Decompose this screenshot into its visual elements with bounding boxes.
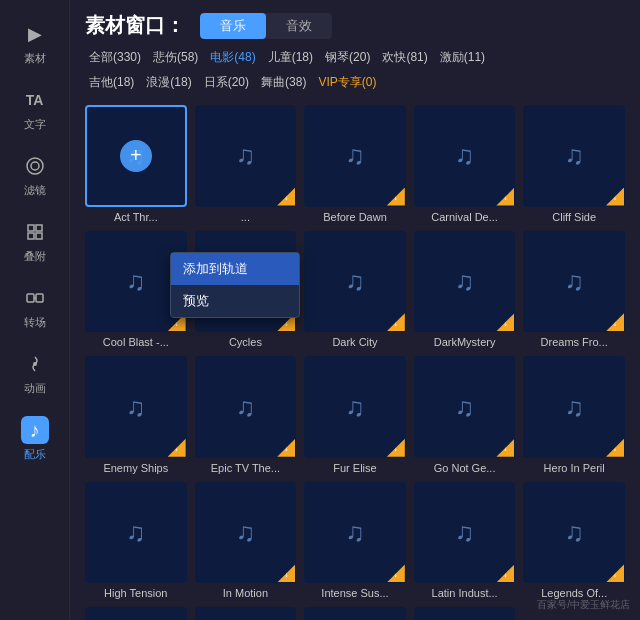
card-thumb: ♫ ↓ [85,607,187,620]
tab-sfx[interactable]: 音效 [266,13,332,39]
list-item[interactable]: ♫ ↓ Fur Elise [304,356,406,474]
list-item[interactable]: ♫ ↓ Epic TV The... [195,356,297,474]
sidebar-item-layer-label: 叠附 [24,249,46,264]
filter-dance[interactable]: 舞曲(38) [257,72,310,93]
list-item[interactable]: ♫ + Act Thr... [85,105,187,223]
card-thumb: ♫ ↓ [523,356,625,458]
card-label: Cool Blast -... [85,336,187,348]
sidebar-item-media[interactable]: ▶ 素材 [0,10,69,76]
svg-rect-2 [28,225,34,231]
svg-rect-6 [27,294,34,302]
filter-romance[interactable]: 浪漫(18) [142,72,195,93]
card-label: Epic TV The... [195,462,297,474]
card-label: Carnival De... [414,211,516,223]
list-item[interactable]: ♫ ↓ Majestic Pia... [85,607,187,620]
list-item[interactable]: ♫ ↓ Dark City [304,231,406,349]
watermark: 百家号/中爱玉鲜花店 [537,598,630,612]
sidebar-item-music[interactable]: ♪ 配乐 [0,406,69,472]
download-badge: ↓ [387,313,405,331]
download-badge: ↓ [387,439,405,457]
card-thumb: ♫ [414,607,516,620]
svg-point-0 [27,158,43,174]
card-thumb: ♫ ↓ [414,356,516,458]
download-badge: ↓ [606,439,624,457]
download-badge: ↓ [387,188,405,206]
list-item[interactable]: ♫ ↓ DarkMystery [414,231,516,349]
card-thumb: ♫ ↓ [414,482,516,584]
download-badge: ↓ [168,439,186,457]
tab-music[interactable]: 音乐 [200,13,266,39]
card-thumb: ♫ ↓ [85,356,187,458]
svg-point-1 [31,162,39,170]
list-item[interactable]: ♫ ↓ Before Dawn [304,105,406,223]
download-badge: ↓ [496,439,514,457]
filter-row-2: 吉他(18) 浪漫(18) 日系(20) 舞曲(38) VIP专享(0) [70,72,640,97]
list-item[interactable]: ♫ ↓ News Them... [195,607,297,620]
card-thumb: ♫ ↓ [523,482,625,584]
sidebar-item-filter-label: 滤镜 [24,183,46,198]
card-label: Dark City [304,336,406,348]
list-item[interactable]: ♫ ↓ Enemy Ships [85,356,187,474]
card-thumb: ♫ [85,482,187,584]
sidebar-item-layer[interactable]: 叠附 [0,208,69,274]
filter-japanese[interactable]: 日系(20) [200,72,253,93]
text-icon: TA [21,86,49,114]
filter-row-1: 全部(330) 悲伤(58) 电影(48) 儿童(18) 钢琴(20) 欢快(8… [70,39,640,72]
music-grid: ♫ + Act Thr... ♫ ↓ ... ♫ ↓ Before Daw [85,105,625,620]
list-item[interactable]: ♫ ↓ Legends Of... [523,482,625,600]
list-item[interactable]: ♫ ↓ In Motion [195,482,297,600]
list-item[interactable]: ♫ ↓ Carnival De... [414,105,516,223]
sidebar-item-transition[interactable]: 转场 [0,274,69,340]
context-menu-preview[interactable]: 预览 [171,285,299,317]
list-item[interactable]: ♫ ↓ Night Runner [304,607,406,620]
filter-inspire[interactable]: 激励(11) [436,47,489,68]
filter-sad[interactable]: 悲伤(58) [149,47,202,68]
music-grid-area: ♫ + Act Thr... ♫ ↓ ... ♫ ↓ Before Daw [70,97,640,620]
media-icon: ▶ [21,20,49,48]
card-thumb: ♫ ↓ [195,607,297,620]
card-label: High Tension [85,587,187,599]
sidebar-item-animation[interactable]: 动画 [0,340,69,406]
list-item[interactable]: ♫ ↓ Intense Sus... [304,482,406,600]
filter-icon [21,152,49,180]
card-label: Enemy Ships [85,462,187,474]
list-item[interactable]: ♫ ↓ Hero In Peril [523,356,625,474]
filter-piano[interactable]: 钢琴(20) [321,47,374,68]
main-panel: 素材窗口： 音乐 音效 全部(330) 悲伤(58) 电影(48) 儿童(18)… [70,0,640,620]
list-item[interactable]: ♫ ↓ Cliff Side [523,105,625,223]
list-item[interactable]: ♫ High Tension [85,482,187,600]
add-to-track-button[interactable]: + [120,140,152,172]
filter-children[interactable]: 儿童(18) [264,47,317,68]
card-label: ... [195,211,297,223]
filter-movie[interactable]: 电影(48) [206,47,259,68]
card-label: Before Dawn [304,211,406,223]
card-thumb: ♫ ↓ [523,231,625,333]
card-thumb: ♫ ↓ [195,482,297,584]
sidebar-item-media-label: 素材 [24,51,46,66]
card-label: Dreams Fro... [523,336,625,348]
filter-happy[interactable]: 欢快(81) [378,47,431,68]
header: 素材窗口： 音乐 音效 [70,0,640,39]
list-item[interactable]: ♫ ↓ Latin Indust... [414,482,516,600]
svg-point-8 [33,362,37,366]
list-item[interactable]: ♫ ↓ ... [195,105,297,223]
card-label: Intense Sus... [304,587,406,599]
list-item[interactable]: ♫ Opus On... [414,607,516,620]
sidebar-item-text[interactable]: TA 文字 [0,76,69,142]
sidebar: ▶ 素材 TA 文字 滤镜 叠附 转场 动画 ♪ 配乐 [0,0,70,620]
card-label: Fur Elise [304,462,406,474]
context-menu-add-track[interactable]: 添加到轨道 [171,253,299,285]
context-menu: 添加到轨道 预览 [170,252,300,318]
list-item[interactable]: ♫ ↓ Go Not Ge... [414,356,516,474]
card-label: In Motion [195,587,297,599]
filter-vip[interactable]: VIP专享(0) [314,72,380,93]
filter-other[interactable]: 吉他(18) [85,72,138,93]
download-badge: ↓ [496,188,514,206]
svg-rect-5 [36,233,42,239]
animation-icon [21,350,49,378]
sidebar-item-filter[interactable]: 滤镜 [0,142,69,208]
filter-all[interactable]: 全部(330) [85,47,145,68]
download-badge: ↓ [496,313,514,331]
list-item[interactable]: ♫ ↓ Dreams Fro... [523,231,625,349]
svg-rect-3 [36,225,42,231]
